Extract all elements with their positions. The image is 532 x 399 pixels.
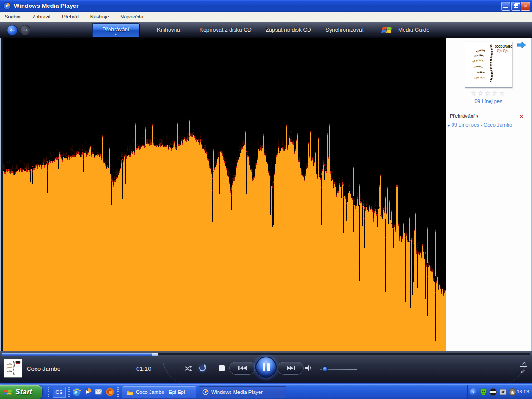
- feature-taskbar: ← → Přehrávání ▾ Knihovna Kopírovat z di…: [0, 22, 532, 38]
- svg-text:COCO JAMBO: COCO JAMBO: [494, 45, 512, 48]
- menu-nastroje[interactable]: Nástroje: [85, 12, 114, 22]
- window-title: Windows Media Player: [14, 2, 79, 9]
- playlist-item[interactable]: ▸ 09 Línej pes - Coco Jambo: [448, 122, 530, 127]
- tab-zapsat-na-disk-cd[interactable]: Zapsat na disk CD: [266, 27, 311, 33]
- playback-control-bar: Coco Jambo 01:10: [0, 351, 532, 383]
- volume-knob[interactable]: [322, 366, 328, 372]
- elapsed-time: 01:10: [136, 365, 151, 372]
- clock[interactable]: 16:03: [516, 389, 529, 394]
- menu-napoveda[interactable]: Nápověda: [115, 12, 148, 22]
- firefox-icon[interactable]: [105, 387, 115, 397]
- pause-button[interactable]: [255, 357, 277, 378]
- playing-track-title: Coco Jambo: [27, 365, 60, 372]
- screen: Windows Media Player ✕ Soubor Zobrazit P…: [0, 0, 532, 399]
- now-playing-icon: ▸: [448, 123, 450, 127]
- visualization-canvas: [3, 38, 446, 351]
- compact-mode-icon[interactable]: ↙: [520, 369, 525, 375]
- taskbar: Start CS e: [0, 384, 532, 399]
- restore-icon: [514, 4, 518, 8]
- wmp-task-icon: [202, 389, 209, 395]
- outlook-express-icon[interactable]: [94, 387, 103, 397]
- album-art: COCO JAMBO Epi Epi: [465, 42, 512, 88]
- star-icon[interactable]: ☆: [485, 90, 492, 97]
- previous-button[interactable]: [229, 362, 255, 375]
- forward-button[interactable]: →: [20, 25, 30, 36]
- clear-playlist-icon[interactable]: ✕: [519, 113, 524, 120]
- windows-flag-icon: [4, 388, 13, 396]
- windows-logo-icon: [381, 25, 393, 35]
- stop-button[interactable]: [219, 365, 225, 371]
- wmp-app-icon: [3, 2, 11, 10]
- display-tray-icon[interactable]: [499, 388, 507, 396]
- toolbar-grip[interactable]: [48, 387, 49, 397]
- repeat-button[interactable]: [197, 363, 208, 374]
- next-icon: [286, 365, 296, 371]
- seek-progress: [2, 353, 155, 356]
- minimize-icon: [503, 7, 508, 8]
- round-black-tray-icon[interactable]: [490, 388, 497, 396]
- rating-stars[interactable]: ☆☆☆☆☆: [446, 90, 531, 97]
- tab-synchronizovat[interactable]: Synchronizovat: [326, 27, 363, 33]
- start-button[interactable]: Start: [0, 385, 42, 399]
- menu-bar: Soubor Zobrazit Přehrát Nástroje Nápověd…: [0, 12, 532, 22]
- svg-text:Epi Epi: Epi Epi: [496, 49, 508, 53]
- shuffle-button[interactable]: [184, 365, 193, 372]
- folder-icon: [126, 389, 133, 395]
- current-track-label: 09 Línej pes: [446, 98, 531, 104]
- tab-kopirovat-z-disku-cd[interactable]: Kopírovat z disku CD: [200, 27, 252, 33]
- toolbar-grip[interactable]: [68, 387, 70, 397]
- star-icon[interactable]: ☆: [499, 90, 507, 97]
- visualization-pane: [1, 38, 446, 351]
- seek-handle[interactable]: [152, 353, 158, 356]
- tray-chevron-icon[interactable]: ‹: [470, 388, 477, 396]
- taskbar-button-folder[interactable]: Coco Jambo - Epi Epi: [122, 386, 196, 398]
- sidebar-forward-arrow-icon[interactable]: [517, 42, 526, 48]
- star-icon[interactable]: ☆: [478, 90, 485, 97]
- taskbar-button-wmp[interactable]: Windows Media Player: [199, 386, 286, 398]
- restore-button[interactable]: [511, 2, 520, 11]
- main-area: COCO JAMBO Epi Epi ☆☆☆☆☆ 09 Línej pes Př…: [0, 38, 532, 351]
- menu-zobrazit[interactable]: Zobrazit: [28, 12, 55, 22]
- svg-text:a: a: [511, 390, 514, 395]
- title-bar: Windows Media Player ✕: [0, 0, 532, 12]
- playlist-header-dropdown[interactable]: Přehrávání ▾ ✕: [446, 112, 531, 121]
- track-thumbnail: [4, 359, 22, 378]
- pause-icon: [256, 357, 276, 377]
- avast-tray-icon[interactable]: a: [509, 388, 516, 396]
- back-button[interactable]: ←: [7, 25, 18, 36]
- fullscreen-icon[interactable]: ↗: [520, 360, 527, 367]
- chevron-down-icon: ▾: [93, 33, 139, 36]
- next-button[interactable]: [278, 362, 304, 375]
- chevron-down-icon: ▾: [476, 114, 478, 119]
- controls-divider: [213, 363, 213, 374]
- start-label: Start: [15, 388, 32, 396]
- tab-knihovna[interactable]: Knihovna: [157, 27, 180, 33]
- seek-bar[interactable]: [2, 353, 530, 355]
- menu-soubor[interactable]: Soubor: [0, 12, 25, 22]
- menu-prehrat[interactable]: Přehrát: [57, 12, 83, 22]
- sidebar-divider: [446, 109, 531, 109]
- tab-media-guide[interactable]: Media Guide: [398, 27, 429, 33]
- star-icon[interactable]: ☆: [492, 90, 499, 97]
- star-icon[interactable]: ☆: [471, 90, 478, 97]
- internet-explorer-icon[interactable]: e: [72, 387, 81, 397]
- system-tray: ‹ a 16:03: [467, 385, 532, 399]
- minimize-button[interactable]: [501, 2, 510, 11]
- tab-separator: [378, 25, 378, 35]
- now-playing-sidebar: COCO JAMBO Epi Epi ☆☆☆☆☆ 09 Línej pes Př…: [446, 38, 531, 351]
- messenger-tray-icon[interactable]: [480, 388, 487, 396]
- tab-prehravani[interactable]: Přehrávání ▾: [92, 23, 139, 37]
- language-indicator[interactable]: CS: [53, 387, 66, 398]
- mute-button[interactable]: [305, 364, 313, 372]
- close-button[interactable]: ✕: [521, 2, 530, 11]
- wmp-quicklaunch-icon[interactable]: [83, 387, 92, 397]
- toolbar-grip[interactable]: [117, 387, 119, 397]
- previous-icon: [238, 365, 247, 371]
